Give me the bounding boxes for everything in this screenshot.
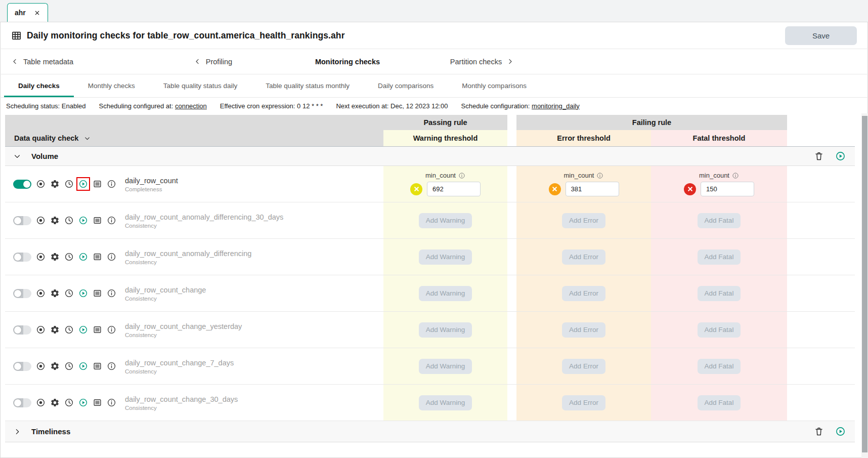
check-schedule-clock-icon[interactable] (64, 361, 74, 371)
add-warning-button[interactable]: Add Warning (419, 249, 472, 265)
nav-table-metadata[interactable]: Table metadata (11, 58, 146, 66)
add-fatal-button[interactable]: Add Fatal (698, 286, 741, 301)
check-settings-gear-icon[interactable] (50, 325, 60, 335)
close-tab-icon[interactable] (34, 10, 40, 16)
check-info-icon[interactable] (107, 179, 116, 189)
check-info-icon[interactable] (107, 288, 116, 298)
check-info-icon[interactable] (107, 252, 116, 262)
check-details-list-icon[interactable] (93, 288, 102, 298)
sort-caret-icon[interactable] (83, 135, 91, 142)
check-settings-gear-icon[interactable] (50, 361, 60, 371)
check-details-list-icon[interactable] (93, 252, 102, 262)
check-settings-gear-icon[interactable] (50, 252, 60, 262)
enable-check-toggle[interactable] (13, 289, 31, 298)
add-fatal-button[interactable]: Add Fatal (698, 395, 741, 410)
check-schedule-clock-icon[interactable] (64, 325, 74, 335)
tab-table-quality-status-monthly[interactable]: Table quality status monthly (251, 74, 364, 97)
check-info-icon[interactable] (107, 398, 116, 407)
check-details-list-icon[interactable] (93, 325, 102, 335)
chevron-right-icon[interactable] (13, 428, 21, 436)
check-results-icon[interactable] (36, 398, 46, 407)
run-check-icon[interactable] (78, 361, 88, 371)
check-info-icon[interactable] (107, 325, 116, 335)
check-schedule-clock-icon[interactable] (64, 398, 74, 407)
tab-monthly-checks[interactable]: Monthly checks (74, 74, 149, 97)
scrollbar-thumb[interactable] (862, 116, 867, 452)
check-details-list-icon[interactable] (93, 398, 102, 407)
nav-profiling[interactable]: Profiling (146, 58, 280, 66)
check-info-icon[interactable] (107, 361, 116, 371)
add-fatal-button[interactable]: Add Fatal (698, 249, 741, 265)
enable-check-toggle[interactable] (13, 180, 31, 189)
add-warning-button[interactable]: Add Warning (419, 213, 472, 228)
add-fatal-button[interactable]: Add Fatal (698, 359, 741, 374)
enable-check-toggle[interactable] (13, 362, 31, 371)
run-section-checks-icon[interactable] (835, 426, 846, 437)
check-schedule-clock-icon[interactable] (64, 288, 74, 298)
check-schedule-clock-icon[interactable] (64, 216, 74, 225)
chevron-down-icon[interactable] (13, 152, 21, 160)
add-warning-button[interactable]: Add Warning (419, 322, 472, 338)
info-icon[interactable] (732, 172, 739, 179)
scheduling-status-row: Scheduling status: Enabled Scheduling co… (0, 98, 868, 114)
add-fatal-button[interactable]: Add Fatal (698, 322, 741, 338)
enable-check-toggle[interactable] (13, 325, 31, 335)
add-error-button[interactable]: Add Error (562, 286, 605, 301)
check-results-icon[interactable] (36, 216, 46, 225)
check-details-list-icon[interactable] (93, 216, 102, 225)
check-details-list-icon[interactable] (93, 361, 102, 371)
check-results-icon[interactable] (36, 325, 46, 335)
check-schedule-clock-icon[interactable] (64, 179, 74, 189)
enable-check-toggle[interactable] (13, 216, 31, 225)
add-warning-button[interactable]: Add Warning (419, 286, 472, 301)
check-details-list-icon[interactable] (93, 179, 102, 189)
add-error-button[interactable]: Add Error (562, 359, 605, 374)
check-info-icon[interactable] (107, 216, 116, 225)
add-warning-button[interactable]: Add Warning (419, 359, 472, 374)
tab-daily-checks[interactable]: Daily checks (4, 74, 74, 97)
check-category: Consistency (125, 332, 242, 338)
tab-daily-comparisons[interactable]: Daily comparisons (364, 74, 448, 97)
tab-monthly-comparisons[interactable]: Monthly comparisons (448, 74, 541, 97)
check-settings-gear-icon[interactable] (50, 216, 60, 225)
run-check-icon[interactable] (78, 216, 88, 225)
enable-check-toggle[interactable] (13, 398, 31, 407)
run-section-checks-icon[interactable] (835, 151, 846, 161)
check-results-icon[interactable] (36, 179, 46, 189)
enable-check-toggle[interactable] (13, 253, 31, 262)
check-schedule-clock-icon[interactable] (64, 252, 74, 262)
add-fatal-button[interactable]: Add Fatal (698, 213, 741, 228)
section-volume[interactable]: Volume (5, 147, 855, 166)
save-button[interactable]: Save (785, 26, 857, 45)
check-settings-gear-icon[interactable] (50, 288, 60, 298)
add-error-button[interactable]: Add Error (562, 322, 605, 338)
run-check-icon[interactable] (78, 288, 88, 298)
add-warning-button[interactable]: Add Warning (419, 395, 472, 410)
section-timeliness[interactable]: Timeliness (5, 421, 855, 442)
run-check-icon[interactable] (78, 325, 88, 335)
error-threshold-input[interactable] (566, 182, 619, 196)
check-results-icon[interactable] (36, 252, 46, 262)
info-icon[interactable] (458, 172, 465, 179)
warning-threshold-input[interactable] (427, 182, 481, 196)
run-check-icon[interactable] (78, 252, 88, 262)
check-results-icon[interactable] (36, 361, 46, 371)
fatal-threshold-input[interactable] (701, 182, 754, 196)
vertical-scrollbar[interactable] (861, 113, 868, 458)
tab-table-quality-status-daily[interactable]: Table quality status daily (149, 74, 251, 97)
info-icon[interactable] (596, 172, 603, 179)
nav-partition-checks[interactable]: Partition checks (415, 58, 549, 66)
add-error-button[interactable]: Add Error (562, 249, 605, 265)
run-check-icon[interactable] (78, 179, 88, 189)
connection-link[interactable]: connection (175, 102, 207, 110)
check-settings-gear-icon[interactable] (50, 398, 60, 407)
monitoring-daily-link[interactable]: monitoring_daily (532, 102, 580, 110)
delete-section-results-icon[interactable] (814, 427, 824, 437)
add-error-button[interactable]: Add Error (562, 395, 605, 410)
check-results-icon[interactable] (36, 288, 46, 298)
file-tab-ahr[interactable]: ahr (7, 3, 48, 22)
add-error-button[interactable]: Add Error (562, 213, 605, 228)
run-check-icon[interactable] (78, 398, 88, 407)
check-settings-gear-icon[interactable] (50, 179, 60, 189)
delete-section-results-icon[interactable] (814, 151, 824, 161)
